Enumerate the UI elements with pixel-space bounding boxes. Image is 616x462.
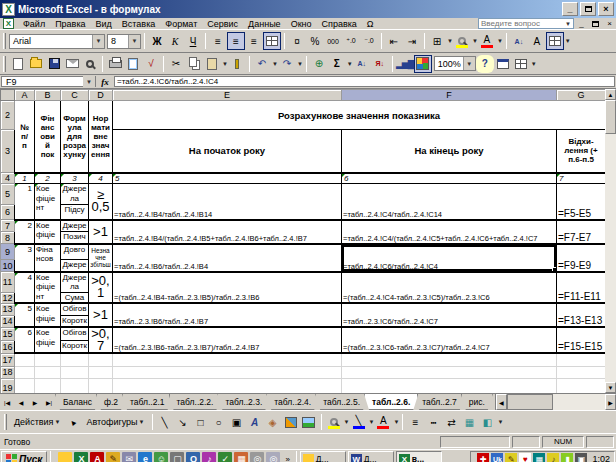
chevron-down-icon[interactable]: ▼ [393, 419, 399, 425]
cell-b2[interactable]: Фін анс ови й пок [35, 101, 61, 173]
drawing-button[interactable] [414, 55, 432, 73]
cell-f4[interactable]: 6 [342, 173, 557, 184]
cell-c8[interactable]: Позич [61, 232, 89, 244]
acrobat-quicklaunch-icon[interactable]: A [90, 452, 104, 462]
column-header-f[interactable]: F [342, 90, 557, 101]
chevron-down-icon[interactable]: ▼ [297, 61, 303, 67]
window-split-button[interactable] [494, 55, 512, 73]
print-button[interactable] [106, 55, 124, 73]
select-all-corner[interactable] [1, 90, 15, 101]
restore-button[interactable] [580, 2, 596, 16]
dash-style-button[interactable]: ┅ [424, 413, 442, 431]
borders-button[interactable]: ⊞ [428, 32, 446, 50]
cell-b9[interactable]: Фіна нсов [35, 244, 61, 272]
paste-button[interactable] [203, 55, 221, 73]
cell-empty[interactable] [342, 378, 557, 393]
menu-file[interactable]: Файл [18, 19, 50, 29]
decrease-indent-button[interactable]: ⇤ [385, 32, 403, 50]
toolbar-grip[interactable] [4, 414, 7, 430]
new-button[interactable] [9, 55, 27, 73]
menu-help[interactable]: Справка [317, 19, 362, 29]
cell-a13[interactable]: 5 [15, 303, 35, 327]
last-sheet-button[interactable]: ▶| [42, 394, 56, 410]
row-header-9[interactable]: 9 [1, 244, 15, 260]
custom-grid-button[interactable] [546, 32, 564, 50]
display-tray-icon[interactable]: ▣ [575, 453, 587, 462]
cell-b13[interactable]: Кое фіціе [35, 303, 61, 327]
cell-c5[interactable]: Джере ла [61, 184, 89, 205]
merge-center-button[interactable] [263, 32, 281, 50]
name-box[interactable]: F9 ▼ [1, 76, 96, 87]
cell-d9[interactable]: Незна чне збільш [89, 244, 113, 272]
cell-e2-merged[interactable]: Розрахункове значення показника [113, 101, 606, 130]
increase-decimal-button[interactable]: ⁺.0 [342, 32, 360, 50]
column-header-a[interactable]: A [15, 90, 35, 101]
chart-wizard-button[interactable]: ▂▅▇ [396, 55, 414, 73]
cell-g9[interactable]: =F9-E9 [557, 244, 606, 272]
sheet-tab-tabl-2-1[interactable]: табл..2.1 [122, 394, 173, 410]
horizontal-scrollbar[interactable]: ◀ ▶ [495, 394, 616, 410]
sheet-tab-ris[interactable]: рис. [461, 394, 493, 410]
letter-a-button[interactable]: A [528, 32, 546, 50]
italic-button[interactable]: К [166, 32, 184, 50]
cell-empty[interactable] [61, 366, 89, 378]
menu-insert[interactable]: Вставка [117, 19, 160, 29]
volume-tray-icon[interactable]: ♪ [547, 453, 559, 462]
fill-color-button[interactable] [453, 32, 471, 50]
pen-tray-icon[interactable]: ✎ [505, 453, 517, 462]
align-center-button[interactable]: ≡ [227, 32, 245, 50]
toolbar-grip[interactable] [3, 33, 6, 49]
row-header-16[interactable]: 16 [1, 341, 15, 353]
cell-g7[interactable]: =F7-E7 [557, 220, 606, 244]
antivirus-tray-icon[interactable]: ✚ [477, 453, 489, 462]
cell-c9[interactable]: Довго [61, 244, 89, 260]
chevron-down-icon[interactable]: ▼ [128, 35, 140, 48]
cell-c15[interactable]: Обігов [61, 327, 89, 341]
toolbar-options-icon[interactable]: ▼ [565, 38, 571, 44]
cell-g3[interactable]: Відхи- лення (+ п.6-п.5 [557, 130, 606, 173]
toolbar-options-icon[interactable]: ▼ [531, 61, 537, 67]
column-header-b[interactable]: B [35, 90, 61, 101]
ask-question-box[interactable]: ▼ [478, 18, 574, 29]
row-header-3[interactable]: 3 [1, 130, 15, 173]
mail-button[interactable] [63, 55, 81, 73]
doc-close-button[interactable]: × [603, 18, 616, 29]
cell-b11[interactable]: Кое фіціе нт [35, 272, 61, 304]
cell-d11[interactable]: >0, 1 [89, 272, 113, 304]
mail-quicklaunch-icon[interactable]: ✉ [122, 452, 136, 462]
sort-ascending-button[interactable]: А↓ [353, 55, 371, 73]
menu-window[interactable]: Окно [286, 19, 317, 29]
formula-input[interactable]: =табл..2.4.!C6/табл..2.4.!C4 [114, 76, 615, 87]
cell-f9-selected[interactable]: =табл..2.4.!C6/табл..2.4.!C4 [342, 244, 557, 272]
menu-data[interactable]: Данные [243, 19, 286, 29]
chevron-down-icon[interactable]: ▼ [83, 76, 95, 88]
cell-g15[interactable]: =F15-E15 [557, 327, 606, 353]
font-size-select[interactable]: 8 ▼ [107, 34, 141, 49]
row-header-11[interactable]: 11 [1, 272, 15, 293]
arrow-button[interactable]: ↘ [174, 413, 192, 431]
cell-c12[interactable]: Сума [61, 292, 89, 303]
row-header-17[interactable]: 17 [1, 353, 15, 366]
scroll-left-button[interactable]: ◀ [496, 394, 507, 410]
cell-empty[interactable] [557, 378, 606, 393]
menu-format[interactable]: Формат [160, 19, 202, 29]
cell-empty[interactable] [557, 366, 606, 378]
cell-c16[interactable]: Коротк [61, 341, 89, 353]
first-sheet-button[interactable]: |◀ [0, 394, 14, 410]
oval-button[interactable]: ○ [210, 413, 228, 431]
cell-empty[interactable] [342, 366, 557, 378]
chevron-down-icon[interactable]: ▼ [563, 21, 573, 27]
cell-e3[interactable]: На початок року [113, 130, 342, 173]
cell-empty[interactable] [113, 378, 342, 393]
sort-descending-button[interactable]: Я↓ [371, 55, 389, 73]
autosum-button[interactable]: Σ [328, 55, 346, 73]
cell-empty[interactable] [113, 366, 342, 378]
network-tray-icon[interactable]: ▦ [533, 453, 545, 462]
column-header-g[interactable]: G [557, 90, 606, 101]
heart-tray-icon[interactable]: ♥ [519, 453, 531, 462]
row-header-18[interactable]: 18 [1, 366, 15, 378]
cell-e13[interactable]: =табл..2.3.!B6/табл..2.4.!B7 [113, 303, 342, 327]
cell-empty[interactable] [61, 353, 89, 366]
cell-c10[interactable]: Джере [61, 260, 89, 272]
sheet-tab-tabl-2-3[interactable]: табл..2.3. [217, 394, 270, 410]
